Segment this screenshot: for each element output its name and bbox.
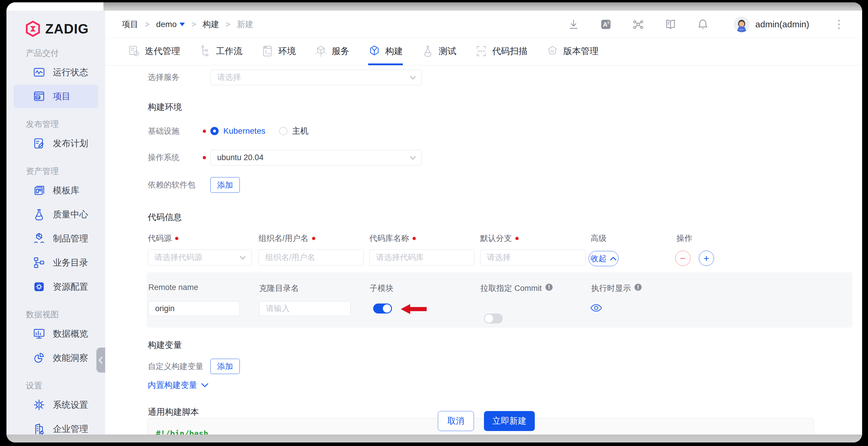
radio-kubernetes[interactable]: Kubernetes: [210, 125, 265, 137]
workflow-icon: [199, 45, 211, 57]
col-code-source: 代码源: [148, 233, 178, 244]
default-branch-input[interactable]: [480, 249, 586, 265]
sidebar-item-template-library[interactable]: 模板库: [13, 179, 98, 202]
service-cube-icon: [315, 45, 327, 57]
tab-environment[interactable]: 环境: [261, 38, 296, 65]
zadig-logo[interactable]: ZADIG: [6, 10, 105, 37]
breadcrumb-build[interactable]: 构建: [203, 19, 219, 30]
resource-config-icon: [33, 281, 45, 293]
repo-name-input[interactable]: [369, 249, 474, 265]
sidebar-item-run-status[interactable]: 运行状态: [13, 61, 98, 84]
script-editor[interactable]: #!/bin/bash: [148, 418, 814, 435]
select-service-dropdown[interactable]: [210, 70, 422, 85]
tab-iteration[interactable]: 迭代管理: [128, 38, 180, 65]
sidebar-item-release-plan[interactable]: 发布计划: [13, 132, 98, 155]
create-now-button[interactable]: 立即新建: [484, 411, 535, 431]
infra-label: 基础设施: [148, 126, 180, 136]
chevron-down-icon: [201, 383, 208, 387]
build-hexagon-icon: [368, 45, 380, 57]
select-service-label: 选择服务: [148, 70, 180, 85]
user-name: admin(admin): [755, 20, 809, 29]
sidebar-item-data-overview[interactable]: 数据概览: [13, 322, 98, 346]
share-nodes-icon[interactable]: [632, 19, 644, 30]
required-dot: [312, 237, 315, 240]
data-overview-icon: [33, 328, 45, 340]
more-menu-icon[interactable]: [838, 20, 840, 29]
sidebar-item-artifact-management[interactable]: 制品管理: [13, 227, 98, 250]
annotation-arrow-left-icon: [400, 304, 427, 316]
download-icon[interactable]: [568, 19, 579, 30]
sidebar-item-insight[interactable]: 效能洞察: [13, 346, 98, 370]
show-on-run-label: 执行时显示: [591, 283, 642, 293]
tab-test[interactable]: 测试: [422, 38, 456, 65]
sidebar-item-business-catalog[interactable]: 业务目录: [13, 251, 98, 275]
environment-icon: [261, 45, 274, 57]
enterprise-icon: [33, 423, 45, 435]
breadcrumb-separator: >: [145, 20, 150, 29]
language-icon[interactable]: A文: [600, 19, 612, 30]
app-window: ZADIG 产品交付 运行状态 PM 项目 发布管理 发布计划 资产管理 模板库…: [6, 2, 862, 443]
cancel-button[interactable]: 取消: [438, 411, 474, 431]
code-scan-icon: [475, 45, 488, 57]
sidebar-collapse-handle[interactable]: [96, 348, 105, 373]
os-dropdown[interactable]: [210, 150, 422, 165]
svg-text:Z: Z: [38, 403, 40, 407]
submodule-toggle[interactable]: [373, 304, 392, 314]
breadcrumb-separator: >: [191, 20, 196, 29]
artifact-management-icon: [33, 232, 45, 245]
tab-workflow[interactable]: 工作流: [199, 38, 242, 65]
custom-vars-label: 自定义构建变量: [148, 359, 203, 374]
pull-commit-label: 拉取指定 Commit: [480, 283, 553, 293]
tab-build[interactable]: 构建: [368, 38, 403, 65]
sidebar-section-assets: 资产管理: [26, 166, 105, 177]
topbar-actions: A文 admin(admin): [568, 17, 840, 32]
clone-dir-label: 克隆目录名: [259, 283, 299, 293]
builtin-vars-link[interactable]: 内置构建变量: [148, 380, 208, 390]
tab-version[interactable]: 版本管理: [546, 38, 598, 65]
col-branch: 默认分支: [480, 233, 519, 244]
org-name-input[interactable]: [258, 249, 364, 265]
bell-icon[interactable]: [697, 19, 708, 30]
user-menu[interactable]: admin(admin): [734, 17, 809, 32]
sidebar-item-resource-config[interactable]: 资源配置: [13, 275, 98, 298]
clone-dir-input[interactable]: [259, 301, 350, 316]
add-variable-button[interactable]: 添加: [210, 359, 240, 374]
sidebar-item-quality-center[interactable]: 质量中心: [13, 203, 98, 226]
remove-repo-button[interactable]: −: [675, 251, 690, 266]
breadcrumb-projects[interactable]: 项目: [122, 19, 138, 30]
logo-text: ZADIG: [45, 21, 89, 37]
collapse-advanced-button[interactable]: 收起: [589, 251, 619, 266]
project-tabbar: 迭代管理 工作流 环境 服务 构建 测试: [105, 38, 862, 66]
template-library-icon: [33, 184, 45, 197]
required-dot: [412, 237, 416, 240]
version-tag-icon: [546, 45, 559, 57]
tab-code-scan[interactable]: 代码扫描: [475, 38, 527, 65]
docs-book-icon[interactable]: [665, 19, 676, 30]
svg-text:PM: PM: [36, 96, 40, 99]
info-filled-icon: [634, 283, 642, 293]
add-repo-button[interactable]: +: [699, 251, 714, 266]
chevron-left-icon: [98, 356, 103, 364]
run-status-icon: [33, 66, 45, 78]
code-source-dropdown[interactable]: [148, 249, 252, 265]
add-package-button[interactable]: 添加: [210, 177, 240, 193]
breadcrumb-project-selector[interactable]: demo: [156, 20, 185, 29]
sidebar-section-settings: 设置: [26, 380, 105, 391]
main-area: 项目 > demo > 构建 > 新建 A文: [105, 10, 862, 435]
remote-name-input[interactable]: [148, 301, 240, 316]
eye-icon[interactable]: [590, 304, 602, 314]
tab-service[interactable]: 服务: [315, 38, 349, 65]
sidebar-section-data-views: 数据视图: [26, 309, 105, 320]
iteration-icon: [128, 45, 140, 57]
radio-host[interactable]: 主机: [279, 125, 309, 137]
breadcrumb-project-caret-icon: [180, 23, 185, 26]
col-operations: 操作: [676, 233, 692, 244]
sidebar-item-system-settings[interactable]: Z 系统设置: [13, 393, 98, 417]
pull-commit-toggle[interactable]: [484, 314, 503, 323]
build-form: 选择服务 构建环境 基础设施 Kubernetes 主机 操作系统: [105, 66, 862, 435]
sidebar-item-projects[interactable]: PM 项目: [13, 85, 98, 108]
breadcrumb-new: 新建: [237, 19, 253, 30]
window-bottom-edge: [6, 435, 862, 443]
build-vars-heading: 构建变量: [148, 339, 182, 351]
required-dot: [175, 237, 178, 240]
